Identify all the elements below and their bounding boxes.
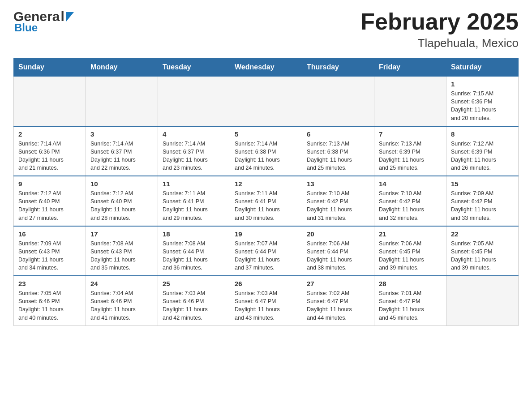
day-number: 5	[235, 130, 297, 138]
logo-triangle-icon	[66, 12, 74, 22]
day-number: 8	[451, 130, 514, 138]
header-thursday: Thursday	[302, 59, 374, 77]
day-sun-info: Sunrise: 7:13 AM Sunset: 6:39 PM Dayligh…	[379, 140, 442, 172]
table-row: 2Sunrise: 7:14 AM Sunset: 6:36 PM Daylig…	[14, 126, 86, 176]
table-row: 21Sunrise: 7:06 AM Sunset: 6:45 PM Dayli…	[374, 226, 446, 276]
day-number: 14	[379, 180, 442, 188]
table-row	[374, 76, 446, 126]
day-sun-info: Sunrise: 7:12 AM Sunset: 6:40 PM Dayligh…	[18, 189, 81, 222]
day-sun-info: Sunrise: 7:11 AM Sunset: 6:41 PM Dayligh…	[235, 189, 297, 222]
header-friday: Friday	[374, 59, 446, 77]
day-sun-info: Sunrise: 7:08 AM Sunset: 6:43 PM Dayligh…	[90, 240, 153, 272]
day-sun-info: Sunrise: 7:14 AM Sunset: 6:37 PM Dayligh…	[163, 140, 225, 172]
day-number: 12	[235, 180, 297, 188]
table-row: 28Sunrise: 7:01 AM Sunset: 6:47 PM Dayli…	[374, 276, 446, 325]
week-row-2: 2Sunrise: 7:14 AM Sunset: 6:36 PM Daylig…	[14, 126, 519, 176]
day-sun-info: Sunrise: 7:14 AM Sunset: 6:36 PM Dayligh…	[18, 140, 81, 172]
calendar-subtitle: Tlapehuala, Mexico	[360, 36, 519, 50]
table-row	[14, 76, 86, 126]
week-row-5: 23Sunrise: 7:05 AM Sunset: 6:46 PM Dayli…	[14, 276, 519, 325]
day-number: 20	[307, 230, 369, 238]
day-number: 7	[379, 130, 442, 138]
table-row: 26Sunrise: 7:03 AM Sunset: 6:47 PM Dayli…	[230, 276, 302, 325]
table-row	[86, 76, 158, 126]
table-row: 5Sunrise: 7:14 AM Sunset: 6:38 PM Daylig…	[230, 126, 302, 176]
logo-blue-text: Blue	[14, 21, 38, 34]
table-row: 8Sunrise: 7:12 AM Sunset: 6:39 PM Daylig…	[446, 126, 519, 176]
day-number: 11	[163, 180, 225, 188]
day-number: 16	[18, 230, 81, 238]
day-sun-info: Sunrise: 7:03 AM Sunset: 6:47 PM Dayligh…	[235, 289, 297, 322]
day-sun-info: Sunrise: 7:14 AM Sunset: 6:38 PM Dayligh…	[235, 140, 297, 172]
day-sun-info: Sunrise: 7:10 AM Sunset: 6:42 PM Dayligh…	[379, 189, 442, 222]
day-number: 27	[307, 280, 369, 287]
week-row-3: 9Sunrise: 7:12 AM Sunset: 6:40 PM Daylig…	[14, 176, 519, 226]
day-number: 17	[90, 230, 153, 238]
table-row	[230, 76, 302, 126]
day-sun-info: Sunrise: 7:06 AM Sunset: 6:44 PM Dayligh…	[307, 240, 369, 272]
day-sun-info: Sunrise: 7:09 AM Sunset: 6:42 PM Dayligh…	[451, 189, 514, 222]
day-number: 15	[451, 180, 514, 188]
table-row: 16Sunrise: 7:09 AM Sunset: 6:43 PM Dayli…	[14, 226, 86, 276]
header-wednesday: Wednesday	[230, 59, 302, 77]
header-saturday: Saturday	[446, 59, 519, 77]
table-row: 25Sunrise: 7:03 AM Sunset: 6:46 PM Dayli…	[158, 276, 230, 325]
day-sun-info: Sunrise: 7:14 AM Sunset: 6:37 PM Dayligh…	[90, 140, 153, 172]
week-row-4: 16Sunrise: 7:09 AM Sunset: 6:43 PM Dayli…	[14, 226, 519, 276]
day-sun-info: Sunrise: 7:06 AM Sunset: 6:45 PM Dayligh…	[379, 240, 442, 272]
day-number: 26	[235, 280, 297, 287]
table-row: 1Sunrise: 7:15 AM Sunset: 6:36 PM Daylig…	[446, 76, 519, 126]
day-number: 9	[18, 180, 81, 188]
table-row: 23Sunrise: 7:05 AM Sunset: 6:46 PM Dayli…	[14, 276, 86, 325]
table-row: 14Sunrise: 7:10 AM Sunset: 6:42 PM Dayli…	[374, 176, 446, 226]
table-row: 11Sunrise: 7:11 AM Sunset: 6:41 PM Dayli…	[158, 176, 230, 226]
calendar-title-block: February 2025 Tlapehuala, Mexico	[360, 9, 519, 50]
table-row: 10Sunrise: 7:12 AM Sunset: 6:40 PM Dayli…	[86, 176, 158, 226]
day-number: 19	[235, 230, 297, 238]
week-row-1: 1Sunrise: 7:15 AM Sunset: 6:36 PM Daylig…	[14, 76, 519, 126]
day-sun-info: Sunrise: 7:02 AM Sunset: 6:47 PM Dayligh…	[307, 289, 369, 322]
table-row	[302, 76, 374, 126]
day-number: 21	[379, 230, 442, 238]
table-row: 12Sunrise: 7:11 AM Sunset: 6:41 PM Dayli…	[230, 176, 302, 226]
calendar-table: Sunday Monday Tuesday Wednesday Thursday…	[13, 58, 519, 326]
table-row	[446, 276, 519, 325]
table-row: 3Sunrise: 7:14 AM Sunset: 6:37 PM Daylig…	[86, 126, 158, 176]
day-sun-info: Sunrise: 7:01 AM Sunset: 6:47 PM Dayligh…	[379, 289, 442, 322]
logo: Genera l Blue	[13, 9, 74, 34]
logo-l-text: l	[60, 9, 64, 24]
day-number: 1	[451, 80, 514, 88]
table-row: 9Sunrise: 7:12 AM Sunset: 6:40 PM Daylig…	[14, 176, 86, 226]
header-monday: Monday	[86, 59, 158, 77]
day-sun-info: Sunrise: 7:10 AM Sunset: 6:42 PM Dayligh…	[307, 189, 369, 222]
day-sun-info: Sunrise: 7:12 AM Sunset: 6:40 PM Dayligh…	[90, 189, 153, 222]
day-number: 2	[18, 130, 81, 138]
day-number: 10	[90, 180, 153, 188]
day-sun-info: Sunrise: 7:07 AM Sunset: 6:44 PM Dayligh…	[235, 240, 297, 272]
calendar-title: February 2025	[360, 9, 519, 34]
day-number: 24	[90, 280, 153, 287]
day-sun-info: Sunrise: 7:09 AM Sunset: 6:43 PM Dayligh…	[18, 240, 81, 272]
day-number: 3	[90, 130, 153, 138]
table-row: 7Sunrise: 7:13 AM Sunset: 6:39 PM Daylig…	[374, 126, 446, 176]
day-number: 18	[163, 230, 225, 238]
table-row: 13Sunrise: 7:10 AM Sunset: 6:42 PM Dayli…	[302, 176, 374, 226]
day-number: 23	[18, 280, 81, 287]
table-row: 4Sunrise: 7:14 AM Sunset: 6:37 PM Daylig…	[158, 126, 230, 176]
page-header: Genera l Blue February 2025 Tlapehuala, …	[13, 9, 519, 50]
table-row: 19Sunrise: 7:07 AM Sunset: 6:44 PM Dayli…	[230, 226, 302, 276]
day-sun-info: Sunrise: 7:13 AM Sunset: 6:38 PM Dayligh…	[307, 140, 369, 172]
day-number: 13	[307, 180, 369, 188]
table-row: 22Sunrise: 7:05 AM Sunset: 6:45 PM Dayli…	[446, 226, 519, 276]
calendar-header-row: Sunday Monday Tuesday Wednesday Thursday…	[14, 59, 519, 77]
svg-marker-0	[66, 12, 74, 22]
table-row: 18Sunrise: 7:08 AM Sunset: 6:44 PM Dayli…	[158, 226, 230, 276]
day-sun-info: Sunrise: 7:08 AM Sunset: 6:44 PM Dayligh…	[163, 240, 225, 272]
day-sun-info: Sunrise: 7:05 AM Sunset: 6:46 PM Dayligh…	[18, 289, 81, 322]
table-row: 24Sunrise: 7:04 AM Sunset: 6:46 PM Dayli…	[86, 276, 158, 325]
table-row: 27Sunrise: 7:02 AM Sunset: 6:47 PM Dayli…	[302, 276, 374, 325]
day-sun-info: Sunrise: 7:05 AM Sunset: 6:45 PM Dayligh…	[451, 240, 514, 272]
day-number: 25	[163, 280, 225, 287]
table-row: 20Sunrise: 7:06 AM Sunset: 6:44 PM Dayli…	[302, 226, 374, 276]
day-sun-info: Sunrise: 7:11 AM Sunset: 6:41 PM Dayligh…	[163, 189, 225, 222]
